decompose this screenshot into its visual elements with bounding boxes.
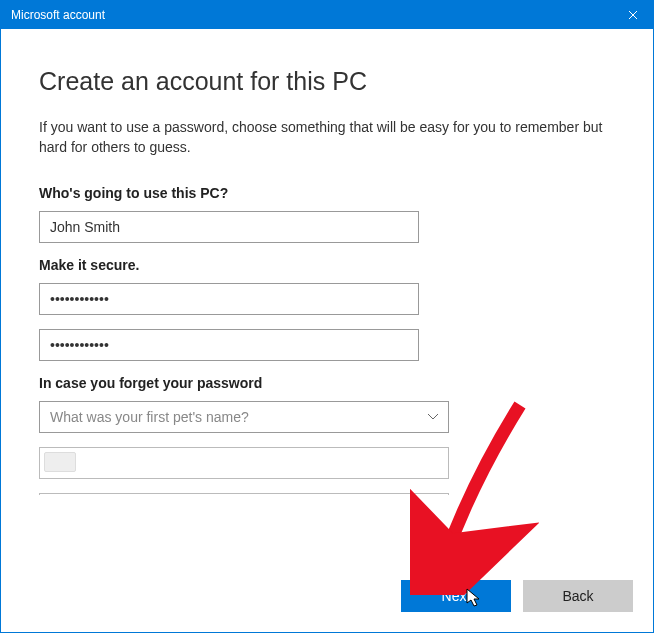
hint-question-select[interactable]: What was your first pet's name? <box>39 401 449 433</box>
confirm-password-input[interactable] <box>39 329 419 361</box>
password-input[interactable] <box>39 283 419 315</box>
hint-answer-placeholder-graphic <box>44 452 76 472</box>
close-icon <box>628 7 638 23</box>
next-button[interactable]: Next <box>401 580 511 612</box>
footer-buttons: Next Back <box>401 580 633 612</box>
titlebar: Microsoft account <box>1 1 653 29</box>
hint-answer-input[interactable] <box>39 447 449 479</box>
recovery-label: In case you forget your password <box>39 375 615 391</box>
username-input[interactable] <box>39 211 419 243</box>
content-area: Create an account for this PC If you wan… <box>1 29 653 632</box>
password-label: Make it secure. <box>39 257 615 273</box>
back-button[interactable]: Back <box>523 580 633 612</box>
page-description: If you want to use a password, choose so… <box>39 118 615 157</box>
account-setup-window: Microsoft account Create an account for … <box>0 0 654 633</box>
close-button[interactable] <box>613 1 653 29</box>
username-label: Who's going to use this PC? <box>39 185 615 201</box>
cutoff-field-edge <box>39 493 449 495</box>
window-title: Microsoft account <box>11 8 613 22</box>
page-title: Create an account for this PC <box>39 67 615 96</box>
hint-question-value: What was your first pet's name? <box>39 401 449 433</box>
chevron-down-icon <box>427 410 439 424</box>
